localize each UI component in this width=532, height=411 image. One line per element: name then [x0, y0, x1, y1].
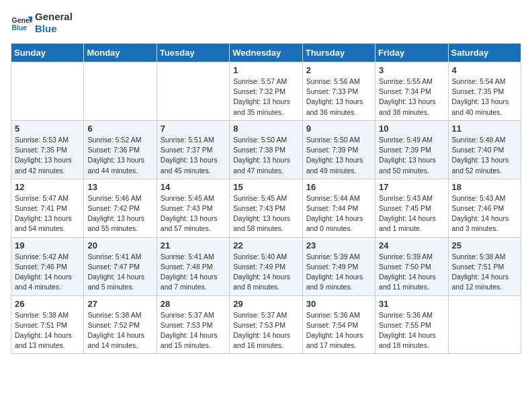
day-info: Sunrise: 5:47 AM Sunset: 7:41 PM Dayligh…	[15, 193, 80, 234]
calendar-cell: 1Sunrise: 5:57 AM Sunset: 7:32 PM Daylig…	[230, 62, 302, 121]
calendar-week-row: 1Sunrise: 5:57 AM Sunset: 7:32 PM Daylig…	[11, 62, 521, 121]
day-number: 22	[233, 240, 298, 250]
logo-icon: General Blue	[11, 12, 32, 34]
day-info: Sunrise: 5:57 AM Sunset: 7:32 PM Dayligh…	[233, 77, 298, 118]
day-number: 29	[233, 299, 298, 309]
calendar-cell: 27Sunrise: 5:38 AM Sunset: 7:52 PM Dayli…	[84, 295, 157, 354]
day-number: 31	[379, 299, 444, 309]
day-number: 4	[452, 65, 517, 75]
day-info: Sunrise: 5:44 AM Sunset: 7:44 PM Dayligh…	[306, 193, 371, 234]
calendar-cell: 20Sunrise: 5:41 AM Sunset: 7:47 PM Dayli…	[84, 237, 157, 295]
calendar-cell: 11Sunrise: 5:48 AM Sunset: 7:40 PM Dayli…	[448, 120, 521, 179]
calendar-cell: 6Sunrise: 5:52 AM Sunset: 7:36 PM Daylig…	[84, 120, 157, 179]
day-number: 14	[161, 182, 226, 192]
day-info: Sunrise: 5:37 AM Sunset: 7:53 PM Dayligh…	[161, 310, 226, 351]
calendar-header-row: SundayMondayTuesdayWednesdayThursdayFrid…	[11, 44, 521, 62]
weekday-header: Tuesday	[157, 44, 229, 62]
day-number: 19	[15, 240, 80, 250]
calendar-cell: 12Sunrise: 5:47 AM Sunset: 7:41 PM Dayli…	[11, 179, 84, 237]
calendar-cell: 29Sunrise: 5:37 AM Sunset: 7:53 PM Dayli…	[230, 295, 302, 354]
day-number: 11	[452, 124, 517, 134]
day-info: Sunrise: 5:50 AM Sunset: 7:39 PM Dayligh…	[306, 135, 371, 176]
logo-text-line2: Blue	[35, 23, 73, 35]
calendar-cell: 10Sunrise: 5:49 AM Sunset: 7:39 PM Dayli…	[375, 120, 448, 179]
logo: General Blue General Blue	[11, 11, 73, 35]
day-info: Sunrise: 5:50 AM Sunset: 7:38 PM Dayligh…	[233, 135, 298, 176]
calendar-cell: 30Sunrise: 5:36 AM Sunset: 7:54 PM Dayli…	[302, 295, 375, 354]
calendar-cell: 13Sunrise: 5:46 AM Sunset: 7:42 PM Dayli…	[84, 179, 157, 237]
day-info: Sunrise: 5:45 AM Sunset: 7:43 PM Dayligh…	[161, 193, 226, 234]
calendar-week-row: 12Sunrise: 5:47 AM Sunset: 7:41 PM Dayli…	[11, 179, 521, 237]
day-number: 21	[161, 240, 226, 250]
calendar-cell: 22Sunrise: 5:40 AM Sunset: 7:49 PM Dayli…	[230, 237, 302, 295]
day-number: 30	[306, 299, 371, 309]
day-info: Sunrise: 5:36 AM Sunset: 7:54 PM Dayligh…	[306, 310, 371, 351]
day-number: 28	[161, 299, 226, 309]
day-info: Sunrise: 5:53 AM Sunset: 7:35 PM Dayligh…	[15, 135, 80, 176]
weekday-header: Sunday	[11, 44, 84, 62]
weekday-header: Wednesday	[230, 44, 302, 62]
calendar-week-row: 26Sunrise: 5:38 AM Sunset: 7:51 PM Dayli…	[11, 295, 521, 354]
calendar-cell	[157, 62, 229, 121]
day-info: Sunrise: 5:45 AM Sunset: 7:43 PM Dayligh…	[233, 193, 298, 234]
day-info: Sunrise: 5:41 AM Sunset: 7:48 PM Dayligh…	[161, 252, 226, 293]
day-number: 8	[233, 124, 298, 134]
calendar-cell: 19Sunrise: 5:42 AM Sunset: 7:46 PM Dayli…	[11, 237, 84, 295]
calendar-cell: 31Sunrise: 5:36 AM Sunset: 7:55 PM Dayli…	[375, 295, 448, 354]
day-number: 6	[87, 124, 152, 134]
weekday-header: Monday	[84, 44, 157, 62]
svg-text:Blue: Blue	[12, 24, 28, 32]
calendar-cell	[84, 62, 157, 121]
day-info: Sunrise: 5:36 AM Sunset: 7:55 PM Dayligh…	[379, 310, 444, 351]
day-number: 1	[233, 65, 298, 75]
day-number: 24	[379, 240, 444, 250]
calendar-cell: 18Sunrise: 5:43 AM Sunset: 7:46 PM Dayli…	[448, 179, 521, 237]
day-number: 3	[379, 65, 444, 75]
calendar-cell: 23Sunrise: 5:39 AM Sunset: 7:49 PM Dayli…	[302, 237, 375, 295]
day-info: Sunrise: 5:52 AM Sunset: 7:36 PM Dayligh…	[87, 135, 152, 176]
day-info: Sunrise: 5:39 AM Sunset: 7:50 PM Dayligh…	[379, 252, 444, 293]
day-info: Sunrise: 5:38 AM Sunset: 7:52 PM Dayligh…	[87, 310, 152, 351]
calendar-cell: 9Sunrise: 5:50 AM Sunset: 7:39 PM Daylig…	[302, 120, 375, 179]
day-number: 27	[87, 299, 152, 309]
day-info: Sunrise: 5:43 AM Sunset: 7:45 PM Dayligh…	[379, 193, 444, 234]
day-number: 15	[233, 182, 298, 192]
day-number: 26	[15, 299, 80, 309]
day-number: 12	[15, 182, 80, 192]
day-info: Sunrise: 5:38 AM Sunset: 7:51 PM Dayligh…	[15, 310, 80, 351]
day-info: Sunrise: 5:38 AM Sunset: 7:51 PM Dayligh…	[452, 252, 517, 293]
day-info: Sunrise: 5:46 AM Sunset: 7:42 PM Dayligh…	[87, 193, 152, 234]
day-info: Sunrise: 5:41 AM Sunset: 7:47 PM Dayligh…	[87, 252, 152, 293]
calendar-cell: 5Sunrise: 5:53 AM Sunset: 7:35 PM Daylig…	[11, 120, 84, 179]
day-number: 18	[452, 182, 517, 192]
calendar-cell	[448, 295, 521, 354]
day-info: Sunrise: 5:49 AM Sunset: 7:39 PM Dayligh…	[379, 135, 444, 176]
calendar-cell: 25Sunrise: 5:38 AM Sunset: 7:51 PM Dayli…	[448, 237, 521, 295]
day-info: Sunrise: 5:43 AM Sunset: 7:46 PM Dayligh…	[452, 193, 517, 234]
day-number: 20	[87, 240, 152, 250]
day-number: 16	[306, 182, 371, 192]
day-info: Sunrise: 5:42 AM Sunset: 7:46 PM Dayligh…	[15, 252, 80, 293]
day-info: Sunrise: 5:40 AM Sunset: 7:49 PM Dayligh…	[233, 252, 298, 293]
logo-text-line1: General	[35, 11, 73, 23]
day-info: Sunrise: 5:39 AM Sunset: 7:49 PM Dayligh…	[306, 252, 371, 293]
day-number: 2	[306, 65, 371, 75]
day-info: Sunrise: 5:48 AM Sunset: 7:40 PM Dayligh…	[452, 135, 517, 176]
day-number: 13	[87, 182, 152, 192]
weekday-header: Friday	[375, 44, 448, 62]
calendar-cell: 24Sunrise: 5:39 AM Sunset: 7:50 PM Dayli…	[375, 237, 448, 295]
calendar-cell: 26Sunrise: 5:38 AM Sunset: 7:51 PM Dayli…	[11, 295, 84, 354]
day-number: 25	[452, 240, 517, 250]
calendar-cell: 4Sunrise: 5:54 AM Sunset: 7:35 PM Daylig…	[448, 62, 521, 121]
calendar-cell: 2Sunrise: 5:56 AM Sunset: 7:33 PM Daylig…	[302, 62, 375, 121]
calendar-cell: 8Sunrise: 5:50 AM Sunset: 7:38 PM Daylig…	[230, 120, 302, 179]
calendar-cell: 17Sunrise: 5:43 AM Sunset: 7:45 PM Dayli…	[375, 179, 448, 237]
calendar-cell: 3Sunrise: 5:55 AM Sunset: 7:34 PM Daylig…	[375, 62, 448, 121]
calendar-cell: 16Sunrise: 5:44 AM Sunset: 7:44 PM Dayli…	[302, 179, 375, 237]
calendar-cell: 14Sunrise: 5:45 AM Sunset: 7:43 PM Dayli…	[157, 179, 229, 237]
calendar-cell: 21Sunrise: 5:41 AM Sunset: 7:48 PM Dayli…	[157, 237, 229, 295]
day-number: 17	[379, 182, 444, 192]
day-number: 23	[306, 240, 371, 250]
day-info: Sunrise: 5:55 AM Sunset: 7:34 PM Dayligh…	[379, 77, 444, 118]
calendar-week-row: 19Sunrise: 5:42 AM Sunset: 7:46 PM Dayli…	[11, 237, 521, 295]
